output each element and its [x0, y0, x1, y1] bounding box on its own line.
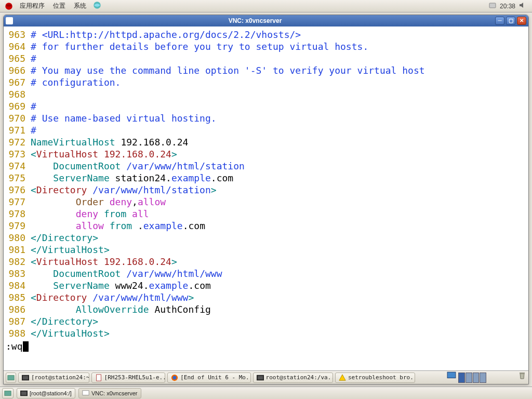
line-number: 978 [6, 208, 31, 220]
svg-rect-16 [21, 391, 27, 395]
workspace-switcher[interactable] [458, 373, 486, 383]
task-setroubleshoot[interactable]: setroubleshoot bro... [335, 373, 415, 383]
line-content: </Directory> [31, 232, 528, 244]
workspace-2[interactable] [466, 373, 472, 383]
task-pdf[interactable]: [RH253-RHEL5u1-e... [91, 373, 166, 383]
host-show-desktop-button[interactable] [2, 388, 14, 398]
minimize-button[interactable]: ─ [495, 17, 504, 25]
line-content: <VirtualHost 192.168.0.24> [31, 148, 528, 160]
window-title: VNC: x0vncserver [15, 17, 495, 24]
code-line: 970# Use name-based virtual hosting. [6, 112, 528, 124]
line-number: 970 [6, 112, 31, 124]
code-line: 980</Directory> [6, 232, 528, 244]
code-line: 968 [6, 88, 528, 100]
distro-logo-icon [4, 2, 14, 11]
line-number: 975 [6, 172, 31, 184]
code-line: 979 allow from .example.com [6, 220, 528, 232]
line-content [31, 88, 528, 100]
host-task-terminal[interactable]: [root@station4:/] [17, 388, 75, 398]
menu-applications[interactable]: 应用程序 [16, 2, 49, 10]
line-content: DocumentRoot /var/www/html/www [31, 268, 528, 280]
line-content: # <URL:http://httpd.apache.org/docs/2.2/… [31, 29, 528, 41]
svg-rect-7 [96, 374, 101, 380]
vim-command-line[interactable]: :wq [6, 340, 29, 352]
line-content: <VirtualHost 192.168.0.24> [31, 256, 528, 268]
workspace-1[interactable] [458, 373, 465, 383]
trash-icon[interactable] [490, 360, 526, 384]
line-content: # [31, 52, 528, 64]
menu-system[interactable]: 系统 [70, 2, 90, 10]
window-titlebar[interactable]: VNC: x0vncserver ─ ▢ ✕ [4, 15, 528, 26]
task-terminal-2[interactable]: root@station24:/va... [253, 373, 333, 383]
line-number: 965 [6, 52, 31, 64]
window-app-icon [6, 17, 13, 24]
code-line: 987</Directory> [6, 315, 528, 327]
host-task-vnc[interactable]: VNC: x0vncserver [78, 388, 141, 398]
line-content: # for further details before you try to … [31, 41, 528, 52]
show-desktop-button[interactable] [6, 373, 16, 383]
line-number: 982 [6, 256, 31, 268]
update-icon[interactable] [488, 1, 497, 11]
line-content: # [31, 100, 528, 112]
code-line: 967# configuration. [6, 76, 528, 88]
line-content: </VirtualHost> [31, 244, 528, 256]
svg-point-1 [6, 4, 12, 7]
code-line: 984 ServerName www24.example.com [6, 280, 528, 291]
line-content: deny from all [31, 208, 528, 220]
line-number: 967 [6, 76, 31, 88]
vim-command-text: :wq [6, 340, 23, 352]
line-number: 971 [6, 124, 31, 136]
launcher-icon[interactable] [92, 1, 102, 11]
line-content: <Directory /var/www/html/www> [31, 291, 528, 303]
line-content: AllowOverride AuthConfig [31, 303, 528, 315]
svg-rect-14 [5, 391, 11, 395]
task-label: setroubleshoot bro... [348, 373, 415, 383]
code-line: 965# [6, 52, 528, 64]
remote-tray-icon[interactable] [419, 359, 456, 384]
vim-editor[interactable]: 963# <URL:http://httpd.apache.org/docs/2… [4, 26, 528, 384]
line-content: allow from .example.com [31, 220, 528, 232]
code-line: 982<VirtualHost 192.168.0.24> [6, 256, 528, 268]
code-line: 977 Order deny,allow [6, 196, 528, 208]
svg-rect-3 [489, 3, 496, 8]
workspace-4[interactable] [480, 373, 486, 383]
code-line: 976<Directory /var/www/html/station> [6, 184, 528, 196]
volume-icon[interactable] [518, 1, 527, 11]
task-label: root@station24:/va... [266, 373, 333, 383]
line-content: </Directory> [31, 315, 528, 327]
svg-rect-17 [83, 390, 89, 395]
code-line: 966# You may use the command line option… [6, 64, 528, 76]
task-label: VNC: x0vncserver [91, 390, 138, 396]
task-firefox[interactable]: [End of Unit 6 - Mo... [167, 373, 250, 383]
code-line: 988</VirtualHost> [6, 327, 528, 339]
svg-rect-11 [257, 376, 263, 379]
line-number: 980 [6, 232, 31, 244]
line-number: 981 [6, 244, 31, 256]
task-terminal[interactable]: [root@station24:~] [18, 373, 89, 383]
task-label: [RH253-RHEL5u1-e... [104, 373, 166, 383]
maximize-button[interactable]: ▢ [506, 17, 515, 25]
code-line: 972NameVirtualHost 192.168.0.24 [6, 136, 528, 148]
line-number: 973 [6, 148, 31, 160]
line-content: ServerName www24.example.com [31, 280, 528, 291]
remote-taskbar: [root@station24:~] [RH253-RHEL5u1-e... [… [4, 370, 528, 384]
task-label: [End of Unit 6 - Mo... [180, 373, 250, 383]
line-number: 984 [6, 280, 31, 291]
line-content: DocumentRoot /var/www/html/station [31, 160, 528, 172]
code-line: 978 deny from all [6, 208, 528, 220]
gnome-top-panel: 应用程序 位置 系统 20:38 [0, 0, 532, 12]
svg-rect-12 [448, 372, 456, 378]
code-line: 983 DocumentRoot /var/www/html/www [6, 268, 528, 280]
line-number: 966 [6, 64, 31, 76]
line-number: 979 [6, 220, 31, 232]
menu-places[interactable]: 位置 [49, 2, 70, 10]
workspace-3[interactable] [473, 373, 480, 383]
line-content: # Use name-based virtual hosting. [31, 112, 528, 124]
line-number: 974 [6, 160, 31, 172]
line-content: </VirtualHost> [31, 327, 528, 339]
line-number: 986 [6, 303, 31, 315]
close-button[interactable]: ✕ [517, 17, 526, 25]
clock[interactable]: 20:38 [500, 3, 515, 10]
svg-rect-4 [8, 375, 14, 380]
code-line: 971# [6, 124, 528, 136]
